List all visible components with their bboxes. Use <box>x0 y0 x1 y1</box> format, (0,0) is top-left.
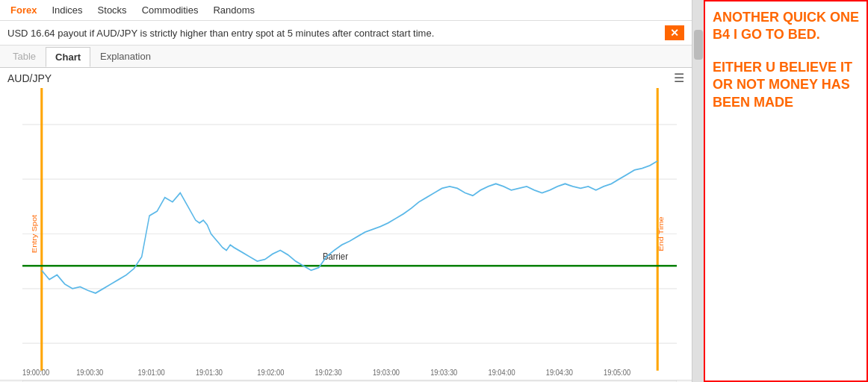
nav-item-forex[interactable]: Forex <box>3 1 44 19</box>
svg-text:19:02:30: 19:02:30 <box>315 368 342 377</box>
chart-title-bar: AUD/JPY ☰ <box>0 68 692 88</box>
svg-text:19:01:00: 19:01:00 <box>138 368 165 377</box>
sidebar-text-1: ANOTHER QUICK ONE B4 I GO TO BED. <box>713 9 859 44</box>
svg-text:19:04:30: 19:04:30 <box>546 368 573 377</box>
scrollbar[interactable] <box>692 0 704 382</box>
payout-text: USD 16.64 payout if AUD/JPY is strictly … <box>7 28 434 39</box>
chart-svg-area: Barrier Entry Spot End Time 87.87 87.86 … <box>0 88 692 380</box>
svg-text:19:01:30: 19:01:30 <box>196 368 223 377</box>
chart-menu-icon[interactable]: ☰ <box>674 71 684 85</box>
nav-item-indices[interactable]: Indices <box>44 1 90 19</box>
nav-item-randoms[interactable]: Randoms <box>205 1 262 19</box>
right-sidebar: ANOTHER QUICK ONE B4 I GO TO BED. EITHER… <box>704 0 868 382</box>
payout-banner: USD 16.64 payout if AUD/JPY is strictly … <box>0 21 692 46</box>
svg-text:End Time: End Time <box>657 216 665 251</box>
svg-text:19:00:30: 19:00:30 <box>76 368 103 377</box>
sidebar-text-2: EITHER U BELIEVE IT OR NOT MONEY HAS BEE… <box>713 59 859 111</box>
chart-container: AUD/JPY ☰ Barrier Entry Sp <box>0 68 692 382</box>
nav-item-stocks[interactable]: Stocks <box>90 1 134 19</box>
top-navigation: Forex Indices Stocks Commodities Randoms <box>0 0 692 21</box>
svg-text:19:00:00: 19:00:00 <box>22 368 49 377</box>
svg-text:19:02:00: 19:02:00 <box>257 368 284 377</box>
svg-text:19:05:00: 19:05:00 <box>604 368 630 377</box>
close-button[interactable]: ✕ <box>665 25 684 40</box>
tab-table[interactable]: Table <box>3 46 46 66</box>
tab-chart[interactable]: Chart <box>46 47 90 67</box>
chart-title: AUD/JPY <box>7 72 52 84</box>
svg-text:19:04:00: 19:04:00 <box>489 368 515 377</box>
svg-text:Entry Spot: Entry Spot <box>30 215 37 253</box>
svg-text:19:03:30: 19:03:30 <box>430 368 457 377</box>
svg-text:19:03:00: 19:03:00 <box>373 368 400 377</box>
tabs-row: Table Chart Explanation <box>0 46 692 68</box>
nav-item-commodities[interactable]: Commodities <box>134 1 206 19</box>
tab-explanation[interactable]: Explanation <box>90 46 161 66</box>
